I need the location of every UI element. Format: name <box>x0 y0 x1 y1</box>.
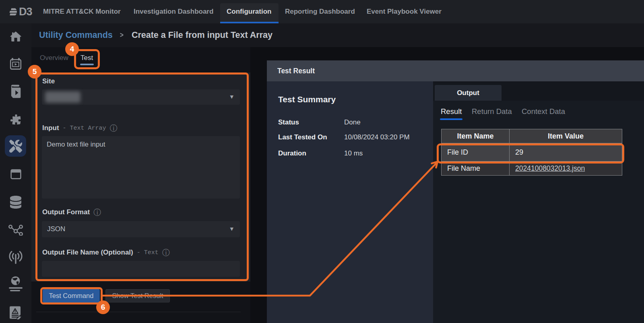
col-header-item-value: Item Value <box>510 129 622 143</box>
breadcrumb-link-utility-commands[interactable]: Utility Commands <box>39 30 113 40</box>
cell-file-name-value: 20241008032013.json <box>510 162 622 176</box>
d3-logo-text: D3 <box>19 6 32 18</box>
test-result-title: Test Result <box>277 67 315 75</box>
broadcast-icon[interactable] <box>0 250 31 264</box>
input-field-label-row: Input - Text Array ⓘ <box>42 124 118 132</box>
output-format-caret-icon: ▼ <box>230 226 233 232</box>
nav-item-reporting-dashboard[interactable]: Reporting Dashboard <box>285 0 355 23</box>
status-value: Done <box>344 118 361 126</box>
output-format-value: JSON <box>47 225 65 233</box>
output-file-name-type-note: Text <box>144 249 159 256</box>
site-field-label-row: Site <box>42 77 55 85</box>
output-file-name-label-row: Output File Name (Optional) - Text ⓘ <box>42 248 170 257</box>
test-summary-section: Test Summary Status Done Last Tested On … <box>267 81 433 323</box>
input-info-icon[interactable]: ⓘ <box>110 124 118 132</box>
app-window: D3 MITRE ATT&CK Monitor Investigation Da… <box>0 0 644 323</box>
tab-output[interactable]: Output <box>435 85 502 101</box>
subtab-result-active-underline <box>440 118 462 120</box>
site-dropdown-caret-icon: ▼ <box>230 94 233 99</box>
result-table: Item Name Item Value File ID 29 File Nam… <box>441 129 622 176</box>
utility-commands-icon[interactable] <box>0 140 31 153</box>
output-format-dropdown[interactable]: JSON ▼ <box>42 221 240 237</box>
site-dropdown[interactable]: ▼ <box>42 89 240 105</box>
input-textarea-value: Demo text file input <box>47 141 105 149</box>
globe-publish-icon[interactable] <box>0 276 31 292</box>
d3-logo-mark-icon <box>9 8 18 16</box>
breadcrumb-bar: Utility Commands > Create a File from in… <box>31 23 644 47</box>
nav-item-configuration[interactable]: Configuration <box>227 0 271 23</box>
test-command-button[interactable]: Test Command <box>43 289 100 302</box>
output-file-name-input[interactable] <box>42 261 240 277</box>
input-type-note: Text Array <box>70 125 106 132</box>
tab-test-active-underline <box>80 64 94 65</box>
input-label: Input <box>42 124 59 132</box>
col-header-item-name: Item Name <box>442 129 510 143</box>
duration-value: 10 ms <box>344 149 363 157</box>
output-section: Output Result Return Data Context Data I… <box>433 81 644 323</box>
nav-item-event-playbook-viewer[interactable]: Event Playbook Viewer <box>367 0 442 23</box>
book-play-icon[interactable] <box>0 85 31 98</box>
last-tested-on-value: 10/08/2024 03:20 PM <box>344 133 410 141</box>
top-navigation-bar: D3 MITRE ATT&CK Monitor Investigation Da… <box>0 0 644 23</box>
cell-file-id-name: File ID <box>442 143 510 162</box>
page-title: Create a File from input Text Array <box>132 30 272 40</box>
output-format-info-icon[interactable]: ⓘ <box>93 209 101 216</box>
output-tab-label: Output <box>457 89 479 97</box>
database-icon[interactable] <box>0 196 31 209</box>
calendar-play-icon[interactable] <box>0 58 31 70</box>
tab-test[interactable]: Test <box>80 54 93 62</box>
input-dash: - <box>63 125 66 132</box>
site-label: Site <box>42 77 55 85</box>
subtab-result[interactable]: Result <box>441 107 462 116</box>
test-summary-title: Test Summary <box>278 95 336 104</box>
output-file-name-info-icon[interactable]: ⓘ <box>162 249 170 257</box>
table-row-file-name[interactable]: File Name 20241008032013.json <box>442 162 622 176</box>
divider <box>36 312 241 312</box>
result-table-header-row: Item Name Item Value <box>442 129 622 143</box>
file-name-link[interactable]: 20241008032013.json <box>515 164 585 172</box>
annotation-badge-6: 6 <box>96 300 110 314</box>
home-icon[interactable] <box>0 31 31 42</box>
nav-item-mitre-attck-monitor[interactable]: MITRE ATT&CK Monitor <box>43 0 121 23</box>
test-command-button-label: Test Command <box>49 292 94 300</box>
output-format-label-row: Output Format ⓘ <box>42 208 101 216</box>
annotation-badge-4: 4 <box>65 42 79 56</box>
annotation-badge-5: 5 <box>28 65 41 79</box>
table-row-file-id[interactable]: File ID 29 <box>442 143 622 162</box>
site-value-redacted <box>45 91 80 103</box>
tab-overview[interactable]: Overview <box>40 54 68 62</box>
status-label: Status <box>278 118 299 126</box>
left-sidebar <box>0 23 31 323</box>
last-tested-on-label: Last Tested On <box>278 133 327 141</box>
output-format-label: Output Format <box>42 208 90 216</box>
output-file-name-dash: - <box>137 249 140 256</box>
duration-label: Duration <box>278 149 306 157</box>
cell-file-id-value: 29 <box>510 143 622 162</box>
d3-logo[interactable]: D3 <box>9 0 32 23</box>
breadcrumb-chevron-icon: > <box>120 31 124 39</box>
document-alert-pen-icon[interactable] <box>0 305 31 319</box>
show-test-result-button[interactable]: Show Test Result <box>105 289 170 302</box>
cell-file-name-name: File Name <box>442 162 510 176</box>
subtab-context-data[interactable]: Context Data <box>522 107 565 116</box>
puzzle-piece-icon[interactable] <box>0 114 31 126</box>
calendar-icon[interactable] <box>0 169 31 180</box>
output-file-name-label: Output File Name (Optional) <box>42 248 133 257</box>
input-textarea[interactable]: Demo text file input <box>42 136 240 199</box>
show-test-result-button-label: Show Test Result <box>112 292 163 300</box>
share-nodes-icon[interactable] <box>0 224 31 236</box>
test-result-header: Test Result <box>267 60 644 81</box>
subtab-return-data[interactable]: Return Data <box>472 107 512 116</box>
nav-item-investigation-dashboard[interactable]: Investigation Dashboard <box>134 0 213 23</box>
